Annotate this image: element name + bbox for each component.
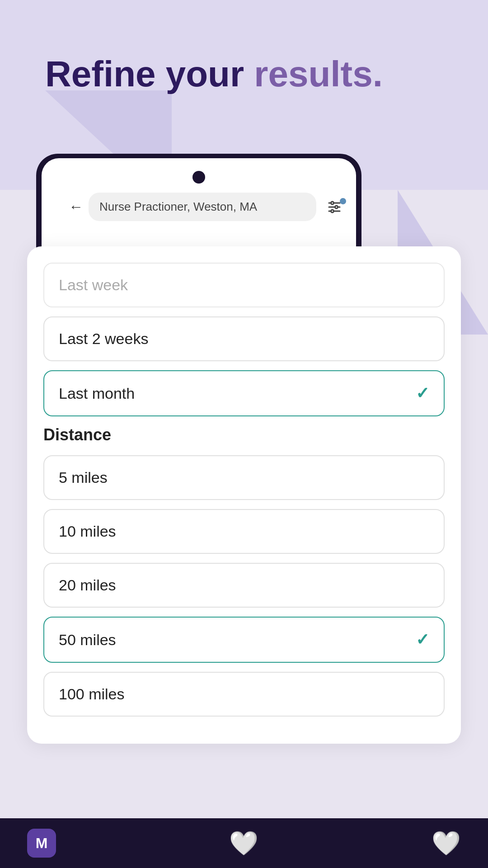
option-last-week[interactable]: Last week — [43, 263, 445, 307]
svg-point-4 — [335, 206, 338, 208]
option-last-month-label: Last month — [59, 385, 135, 402]
svg-point-5 — [331, 210, 334, 212]
option-100-miles-label: 100 miles — [59, 685, 125, 703]
filter-dot — [340, 198, 346, 204]
header-title: Refine your results. — [45, 54, 383, 94]
option-20-miles-label: 20 miles — [59, 576, 116, 594]
svg-point-3 — [331, 202, 334, 204]
nav-logo-letter: M — [36, 835, 48, 852]
filter-button[interactable] — [322, 198, 347, 216]
search-input[interactable]: Nurse Practioner, Weston, MA — [89, 193, 316, 221]
option-5-miles[interactable]: 5 miles — [43, 455, 445, 500]
option-20-miles[interactable]: 20 miles — [43, 563, 445, 608]
search-bar: ← Nurse Practioner, Weston, MA — [69, 193, 347, 221]
option-last-2-weeks[interactable]: Last 2 weeks — [43, 316, 445, 361]
bottom-nav: M 🤍 🤍 — [0, 818, 488, 868]
checkmark-50-miles: ✓ — [416, 630, 429, 649]
phone-camera — [192, 171, 205, 184]
header-title-dark: Refine your — [45, 54, 244, 94]
option-10-miles-label: 10 miles — [59, 523, 116, 540]
nav-heart-outline-icon[interactable]: 🤍 — [229, 830, 258, 857]
option-last-month[interactable]: Last month ✓ — [43, 370, 445, 416]
back-button[interactable]: ← — [69, 198, 83, 215]
option-50-miles[interactable]: 50 miles ✓ — [43, 617, 445, 663]
checkmark-last-month: ✓ — [416, 384, 429, 403]
option-100-miles[interactable]: 100 miles — [43, 672, 445, 717]
option-10-miles[interactable]: 10 miles — [43, 509, 445, 554]
option-last-week-label: Last week — [59, 276, 128, 294]
filter-panel: Last week Last 2 weeks Last month ✓ Dist… — [27, 246, 461, 744]
header-title-purple: results. — [254, 54, 383, 94]
option-last-2-weeks-label: Last 2 weeks — [59, 330, 148, 348]
distance-section-label: Distance — [43, 425, 445, 444]
nav-logo-button[interactable]: M — [27, 829, 56, 858]
nav-heart-filled-icon[interactable]: 🤍 — [432, 830, 461, 857]
option-5-miles-label: 5 miles — [59, 469, 108, 486]
header-section: Refine your results. — [45, 54, 383, 94]
option-50-miles-label: 50 miles — [59, 631, 116, 649]
